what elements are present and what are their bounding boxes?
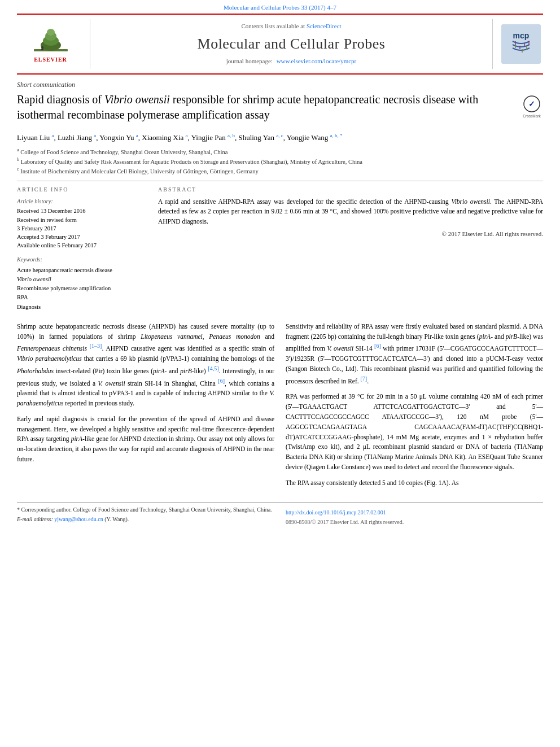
body-para-3: Sensitivity and reliability of RPA assay… (286, 322, 543, 387)
email-link[interactable]: yjwang@shou.edu.cn (54, 516, 103, 522)
svg-text:CrossMark: CrossMark (523, 114, 541, 118)
keyword-3: Recombinase polymerase amplification (17, 284, 147, 292)
mcp-logo-icon: mcp (501, 24, 541, 64)
crossmark-badge: ✓ CrossMark (520, 95, 543, 126)
abstract-copyright: © 2017 Elsevier Ltd. All rights reserved… (158, 230, 543, 239)
body-para-5: The RPA assay consistently detected 5 an… (286, 478, 543, 488)
body-section: Shrimp acute hepatopancreatic necrosis d… (17, 322, 543, 494)
homepage-line: journal homepage: www.elsevier.com/locat… (226, 57, 357, 66)
body-para-1: Shrimp acute hepatopancreatic necrosis d… (17, 322, 274, 409)
main-content: Short communication Rapid diagnosis of V… (17, 75, 543, 528)
svg-rect-7 (41, 49, 43, 50)
abstract-col: ABSTRACT A rapid and sensitive AHPND-RPA… (158, 186, 543, 312)
affiliation-c: c Institute of Biochemistry and Molecula… (17, 166, 543, 176)
contents-line: Contents lists available at ScienceDirec… (241, 22, 341, 31)
divider-1 (17, 181, 543, 181)
journal-citation: Molecular and Cellular Probes 33 (2017) … (224, 4, 336, 11)
contents-text: Contents lists available at (241, 23, 305, 29)
doi-line: http://dx.doi.org/10.1016/j.mcp.2017.02.… (286, 509, 543, 517)
title-part1: Rapid diagnosis of (17, 93, 104, 106)
keyword-1: Acute hepatopancreatic necrosis disease (17, 266, 147, 274)
article-info-col: ARTICLE INFO Article history: Received 1… (17, 186, 147, 312)
footnote-col-2: http://dx.doi.org/10.1016/j.mcp.2017.02.… (286, 506, 543, 528)
issn-line: 0890-8508/© 2017 Elsevier Ltd. All right… (286, 518, 543, 527)
elsevier-logo-area: ELSEVIER (17, 19, 90, 69)
revised-date: 3 February 2017 (17, 224, 147, 233)
abstract-label: ABSTRACT (158, 186, 543, 194)
affiliation-a: a College of Food Science and Technology… (17, 147, 543, 156)
journal-name-heading: Molecular and Cellular Probes (198, 33, 386, 55)
elsevier-tree-icon (31, 24, 71, 55)
footnote-col-1: * Corresponding author. College of Food … (17, 506, 274, 528)
svg-text:✓: ✓ (528, 99, 535, 108)
body-para-2: Early and rapid diagnosis is crucial for… (17, 414, 274, 465)
article-title-row: Rapid diagnosis of Vibrio owensii respon… (17, 92, 543, 126)
mcp-logo-area: mcp (492, 19, 543, 69)
elsevier-logo: ELSEVIER (31, 24, 71, 64)
body-col-1: Shrimp acute hepatopancreatic necrosis d… (17, 322, 274, 494)
doi-link[interactable]: http://dx.doi.org/10.1016/j.mcp.2017.02.… (286, 509, 386, 516)
revised-label: Received in revised form (17, 216, 147, 224)
body-para-4: RPA was performed at 39 °C for 20 min in… (286, 392, 543, 473)
article-history: Article history: Received 13 December 20… (17, 197, 147, 250)
authors-line: Liyuan Liu a, Luzhi Jiang a, Yongxin Yu … (17, 132, 543, 143)
homepage-link[interactable]: www.elsevier.com/locate/ymcpr (277, 58, 357, 64)
footnote-email: E-mail address: yjwang@shou.edu.cn (Y. W… (17, 516, 274, 524)
article-type: Short communication (17, 80, 543, 90)
journal-header: ELSEVIER Contents lists available at Sci… (17, 14, 543, 75)
title-italic: Vibrio owensii (104, 93, 170, 106)
keyword-2: Vibrio owensii (17, 275, 147, 283)
body-col-2: Sensitivity and reliability of RPA assay… (286, 322, 543, 494)
homepage-text: journal homepage: (226, 58, 273, 64)
svg-text:mcp: mcp (513, 31, 529, 40)
footnote-corresponding: * Corresponding author. College of Food … (17, 506, 274, 514)
journal-title-area: Contents lists available at ScienceDirec… (90, 19, 492, 69)
article-info-abstract: ARTICLE INFO Article history: Received 1… (17, 186, 543, 312)
keyword-4: RPA (17, 293, 147, 302)
affiliations: a College of Food Science and Technology… (17, 147, 543, 176)
footnote-section: * Corresponding author. College of Food … (17, 502, 543, 528)
article-info-label: ARTICLE INFO (17, 186, 147, 194)
available-date: Available online 5 February 2017 (17, 241, 147, 250)
received-date: Received 13 December 2016 (17, 207, 147, 215)
history-label: Article history: (17, 197, 147, 206)
accepted-date: Accepted 3 February 2017 (17, 233, 147, 241)
svg-point-5 (47, 29, 55, 36)
keywords-label: Keywords: (17, 255, 147, 264)
abstract-text: A rapid and sensitive AHPND-RPA assay wa… (158, 197, 543, 226)
keywords-section: Keywords: Acute hepatopancreatic necrosi… (17, 255, 147, 311)
sciencedirect-link[interactable]: ScienceDirect (307, 23, 342, 29)
affiliation-b: b Laboratory of Quality and Safety Risk … (17, 156, 543, 166)
elsevier-brand-text: ELSEVIER (34, 56, 67, 64)
article-title: Rapid diagnosis of Vibrio owensii respon… (17, 92, 512, 123)
journal-top-bar: Molecular and Cellular Probes 33 (2017) … (0, 0, 560, 14)
keyword-5: Diagnosis (17, 303, 147, 311)
svg-point-6 (41, 46, 43, 49)
